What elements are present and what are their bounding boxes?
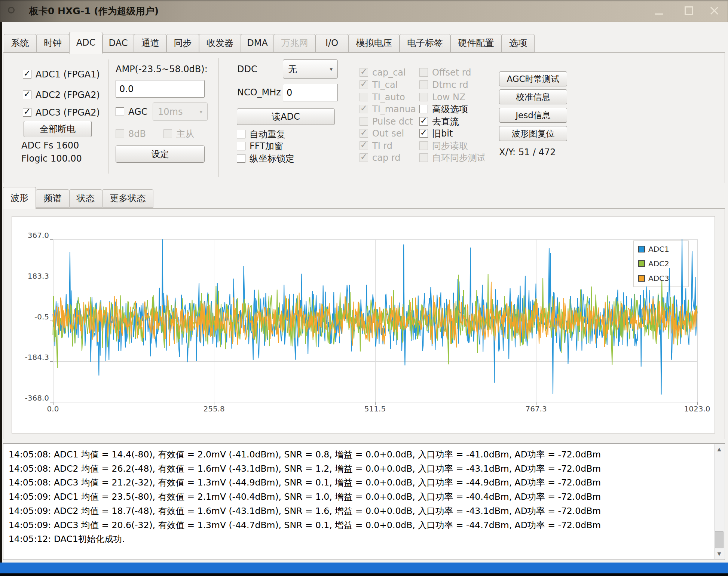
view-tab-bar: 波形频谱状态更多状态	[0, 187, 728, 209]
checkbox-label: 自动重复	[250, 128, 285, 140]
checkbox-TI_manua[interactable]: TI_manua	[360, 104, 416, 114]
tab-选项[interactable]: 选项	[502, 34, 535, 52]
scroll-down-button[interactable]: ▼	[715, 549, 724, 559]
waveform-canvas[interactable]	[47, 236, 703, 408]
scroll-up-button[interactable]: ▲	[715, 444, 724, 454]
checkbox-ADC1 (FPGA1)[interactable]: ADC1 (FPGA1)	[23, 69, 100, 79]
checkbox-label: cap_cal	[372, 67, 406, 78]
scrollbar-thumb[interactable]	[715, 531, 724, 548]
agc-interval-value: 10ms	[158, 107, 183, 117]
checkbox-box	[419, 68, 428, 77]
tab-频谱[interactable]: 频谱	[36, 189, 69, 208]
checkbox-AGC[interactable]: AGC	[116, 107, 147, 117]
checkbox-自动重复[interactable]: 自动重复	[237, 129, 285, 139]
tab-系统[interactable]: 系统	[4, 34, 36, 52]
checkbox-label: FFT加窗	[250, 140, 283, 152]
checkmark-icon	[360, 68, 368, 77]
checkbox-去直流[interactable]: 去直流	[419, 116, 459, 126]
checkbox-cap rd[interactable]: cap rd	[360, 153, 400, 163]
checkbox-主从[interactable]: 主从	[163, 129, 194, 139]
checkbox-label: Offset rd	[432, 67, 471, 78]
checkmark-icon	[360, 141, 368, 150]
window-icon	[8, 7, 15, 13]
log-area: 14:05:08: ADC1 均值 = 14.4(-80), 有效值 = 2.0…	[3, 443, 725, 560]
checkbox-label: cap rd	[372, 153, 400, 163]
log-line: 14:05:09: ADC2 均值 = 18.7(-48), 有效值 = 1.6…	[9, 504, 709, 518]
log-scrollbar[interactable]: ▲ ▼	[714, 444, 724, 559]
log-line: 14:05:08: ADC1 均值 = 14.4(-80), 有效值 = 2.0…	[9, 448, 709, 462]
checkmark-icon	[419, 117, 428, 126]
checkbox-TI_cal[interactable]: TI_cal	[360, 80, 398, 90]
tab-同步[interactable]: 同步	[166, 34, 199, 52]
checkbox-Pulse dct[interactable]: Pulse dct	[360, 116, 413, 126]
checkbox-纵坐标锁定[interactable]: 纵坐标锁定	[237, 153, 294, 163]
checkbox-label: 去直流	[432, 116, 459, 128]
log-line: 14:05:12: DAC1初始化成功.	[9, 532, 709, 546]
checkbox-label: TI_cal	[372, 80, 398, 90]
tab-状态[interactable]: 状态	[69, 189, 102, 208]
tab-万兆网[interactable]: 万兆网	[274, 34, 315, 52]
checkbox-ADC3 (FPGA2)[interactable]: ADC3 (FPGA2)	[23, 107, 100, 117]
checkbox-label: 8dB	[128, 129, 146, 139]
tab-更多状态[interactable]: 更多状态	[102, 189, 153, 208]
tab-收发器[interactable]: 收发器	[199, 34, 241, 52]
tab-I/O[interactable]: I/O	[315, 34, 348, 52]
separator	[218, 58, 219, 177]
checkbox-label: Low NZ	[432, 92, 465, 102]
action-button-AGC时常测试[interactable]: AGC时常测试	[499, 71, 567, 86]
close-button[interactable]	[708, 5, 721, 17]
checkbox-Out sel[interactable]: Out sel	[360, 128, 404, 138]
checkbox-自环同步测试[interactable]: 自环同步测试	[419, 153, 484, 163]
checkbox-label: ADC1 (FPGA1)	[36, 69, 100, 80]
checkbox-label: 旧bit	[432, 128, 453, 140]
log-line: 14:05:09: ADC1 均值 = 23.5(-80), 有效值 = 2.1…	[9, 490, 709, 504]
checkbox-box	[116, 107, 124, 116]
power-off-all-button[interactable]: 全部断电	[24, 121, 92, 137]
checkbox-TI_auto[interactable]: TI_auto	[360, 92, 405, 102]
checkbox-box	[419, 80, 428, 89]
checkbox-旧bit[interactable]: 旧bit	[419, 128, 453, 138]
nco-input[interactable]	[283, 84, 338, 101]
checkbox-TI rd[interactable]: TI rd	[360, 141, 392, 151]
app-window: 板卡0 HXG-1 (作为超级用户) 系统时钟ADCDAC通道同步收发器DMA万…	[0, 0, 728, 576]
maximize-button[interactable]	[682, 5, 696, 17]
tab-时钟[interactable]: 时钟	[36, 34, 69, 52]
action-button-校准信息[interactable]: 校准信息	[499, 89, 567, 104]
agc-interval-select[interactable]: 10ms ▾	[153, 102, 208, 121]
checkbox-Offset rd[interactable]: Offset rd	[419, 67, 471, 77]
action-button-波形图复位[interactable]: 波形图复位	[499, 126, 567, 141]
tab-硬件配置[interactable]: 硬件配置	[450, 34, 502, 52]
read-adc-button[interactable]: 读ADC	[237, 108, 335, 125]
tab-DMA[interactable]: DMA	[241, 34, 274, 52]
tab-通道[interactable]: 通道	[134, 34, 166, 52]
chevron-down-icon: ▾	[199, 108, 202, 115]
checkbox-同步读取[interactable]: 同步读取	[419, 141, 468, 151]
checkbox-cap_cal[interactable]: cap_cal	[360, 67, 406, 77]
tab-电子标签[interactable]: 电子标签	[400, 34, 450, 52]
tab-波形[interactable]: 波形	[3, 187, 36, 209]
minimize-button[interactable]	[652, 5, 666, 17]
amp-set-button[interactable]: 设定	[116, 145, 205, 163]
flogic-label: Flogic 100.00	[21, 153, 82, 164]
checkbox-8dB[interactable]: 8dB	[116, 129, 146, 139]
amp-value-input[interactable]	[116, 80, 205, 98]
checkmark-icon	[419, 129, 428, 138]
bottom-blue-bar	[0, 563, 728, 573]
checkbox-label: TI_manua	[372, 104, 416, 114]
checkbox-Low NZ[interactable]: Low NZ	[419, 92, 465, 102]
log-line: 14:05:08: ADC3 均值 = 21.2(-32), 有效值 = 1.3…	[9, 476, 709, 490]
tab-模拟电压[interactable]: 模拟电压	[348, 34, 400, 52]
checkbox-FFT加窗[interactable]: FFT加窗	[237, 141, 283, 151]
checkbox-Dtmc rd[interactable]: Dtmc rd	[419, 80, 468, 90]
tab-ADC[interactable]: ADC	[69, 32, 103, 54]
checkbox-高级选项[interactable]: 高级选项	[419, 104, 468, 114]
checkbox-ADC2 (FPGA2)[interactable]: ADC2 (FPGA2)	[23, 90, 100, 100]
log-line: 14:05:08: ADC2 均值 = 26.2(-48), 有效值 = 1.6…	[9, 462, 709, 476]
y-tick-label: -0.5	[12, 312, 49, 321]
ddc-mode-select[interactable]: 无 ▾	[283, 59, 338, 79]
action-button-Jesd信息[interactable]: Jesd信息	[499, 108, 567, 123]
tab-DAC[interactable]: DAC	[103, 34, 134, 52]
checkbox-label: TI_auto	[372, 92, 405, 102]
separator	[487, 62, 487, 165]
checkbox-label: AGC	[128, 107, 147, 117]
